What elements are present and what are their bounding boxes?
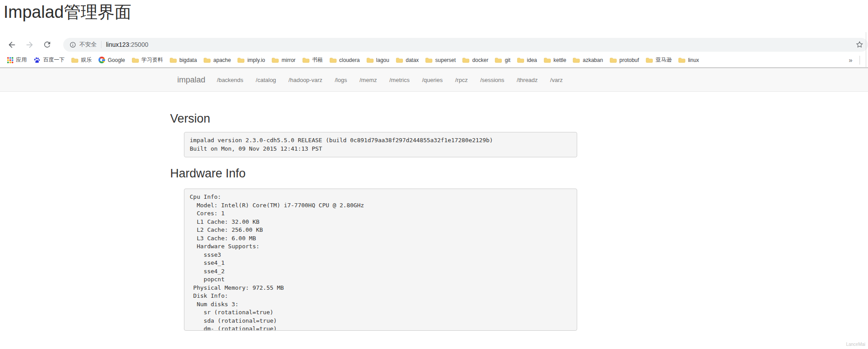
bookmark-star-icon[interactable] [856,41,864,49]
bookmark-item-folder[interactable]: mirror [272,57,295,63]
page-title: Impalad管理界面 [4,1,131,24]
reload-button[interactable] [42,39,53,50]
forward-arrow-icon [25,40,34,49]
bookmark-item-folder[interactable]: kettle [544,57,566,63]
version-heading: Version [170,112,210,126]
folder-icon [272,57,279,63]
nav-link-memz[interactable]: /memz [353,77,383,83]
folder-icon [544,57,551,63]
bookmark-item-folder[interactable]: protobuf [610,57,639,63]
bookmark-item-folder[interactable]: azkaban [573,57,603,63]
nav-link-sessions[interactable]: /sessions [474,77,510,83]
folder-icon [204,57,211,63]
bookmark-item-folder[interactable]: idea [517,57,537,63]
impala-navbar: impalad /backends /catalog /hadoop-varz … [0,68,868,92]
bookmark-item-folder[interactable]: docker [462,57,488,63]
folder-icon [678,57,685,63]
address-divider [101,41,102,48]
folder-icon [71,57,78,63]
reload-icon [43,40,52,49]
back-button[interactable] [6,39,17,50]
folder-icon [330,57,337,63]
nav-link-logs[interactable]: /logs [329,77,353,83]
bookmark-item-folder[interactable]: linux [678,57,699,63]
bookmark-item-folder[interactable]: 娱乐 [71,56,92,64]
apps-grid-icon [7,57,13,63]
url-text: linux123:25000 [106,41,148,48]
bookmark-item-folder[interactable]: apache [204,57,231,63]
version-info-box: impalad version 2.3.0-cdh5.5.0 RELEASE (… [184,132,577,157]
folder-icon [170,57,177,63]
bookmarks-bar: 应用 百度一下 娱乐 Google 学习资料 bigdata apache [0,53,868,68]
forward-button[interactable] [24,39,35,50]
folder-icon [132,57,139,63]
nav-link-queries[interactable]: /queries [416,77,449,83]
bookmark-item-folder[interactable]: cloudera [330,57,360,63]
folder-icon [462,57,469,63]
nav-link-varz[interactable]: /varz [544,77,569,83]
bookmark-item-folder[interactable]: bigdata [170,57,197,63]
bookmark-item-apps[interactable]: 应用 [7,56,27,64]
url-host: linux123 [106,41,129,48]
navbar-brand[interactable]: impalad [177,75,205,85]
back-arrow-icon [7,40,16,49]
url-port: :25000 [129,41,148,48]
address-bar[interactable]: 不安全 linux123:25000 [63,38,868,52]
nav-link-hadoop-varz[interactable]: /hadoop-varz [282,77,329,83]
nav-link-backends[interactable]: /backends [211,77,249,83]
nav-link-catalog[interactable]: /catalog [249,77,282,83]
bookmark-item-folder[interactable]: datax [396,57,419,63]
bookmark-item-google[interactable]: Google [98,57,125,63]
baidu-paw-icon [33,57,41,64]
browser-toolbar: 不安全 linux123:25000 [0,36,868,53]
navbar-inner: impalad /backends /catalog /hadoop-varz … [177,68,569,91]
screenshot-root: Impalad管理界面 不安全 linux123:25000 应用 [0,0,868,349]
folder-icon [396,57,403,63]
folder-icon [237,57,245,63]
security-label: 不安全 [79,41,97,49]
bookmark-item-folder[interactable]: 亚马逊 [646,56,672,64]
bookmarks-end-divider [860,56,860,65]
watermark: LanceMai [846,342,865,347]
folder-icon [517,57,524,63]
info-icon[interactable] [69,41,76,48]
window-edge-line [866,32,866,68]
hardware-info-box: Cpu Info: Model: Intel(R) Core(TM) i7-77… [184,189,577,331]
bookmark-item-folder[interactable]: lagou [367,57,389,63]
folder-icon [610,57,617,63]
google-g-icon [98,57,105,63]
bookmark-item-folder[interactable]: superset [425,57,456,63]
folder-icon [646,57,653,63]
nav-link-threadz[interactable]: /threadz [510,77,544,83]
folder-icon [425,57,432,63]
hardware-info-heading: Hardware Info [170,167,246,181]
nav-link-metrics[interactable]: /metrics [383,77,416,83]
nav-link-rpcz[interactable]: /rpcz [449,77,474,83]
folder-icon [495,57,502,63]
bookmark-item-folder[interactable]: 书籍 [302,56,323,64]
folder-icon [302,57,310,63]
bookmark-item-baidu[interactable]: 百度一下 [33,56,65,64]
bookmark-item-folder[interactable]: imply.io [237,57,265,63]
folder-icon [367,57,374,63]
folder-icon [573,57,580,63]
bookmarks-overflow-chevron[interactable]: » [847,56,854,64]
bookmark-item-folder[interactable]: git [495,57,510,63]
bookmark-item-folder[interactable]: 学习资料 [132,56,163,64]
